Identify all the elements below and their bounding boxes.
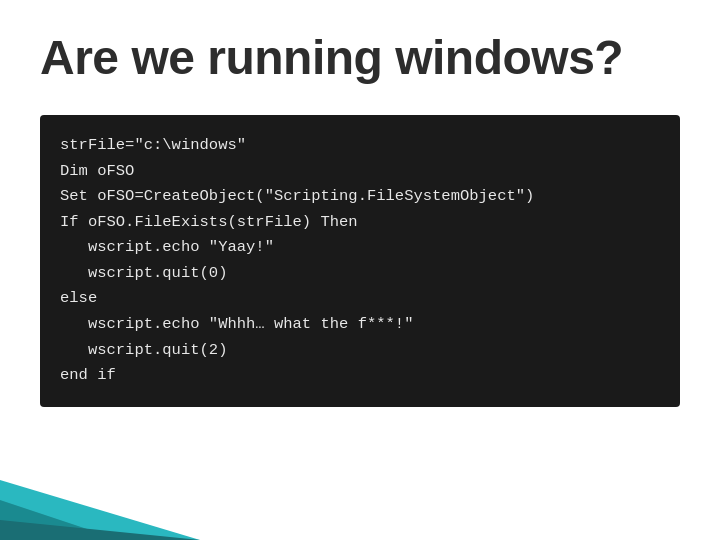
code-block-container: strFile="c:\windows" Dim oFSO Set oFSO=C… xyxy=(40,115,680,407)
slide: Are we running windows? strFile="c:\wind… xyxy=(0,0,720,540)
code-block: strFile="c:\windows" Dim oFSO Set oFSO=C… xyxy=(60,133,660,389)
slide-title: Are we running windows? xyxy=(40,30,680,85)
title-area: Are we running windows? xyxy=(0,0,720,105)
bottom-decoration xyxy=(0,460,720,540)
